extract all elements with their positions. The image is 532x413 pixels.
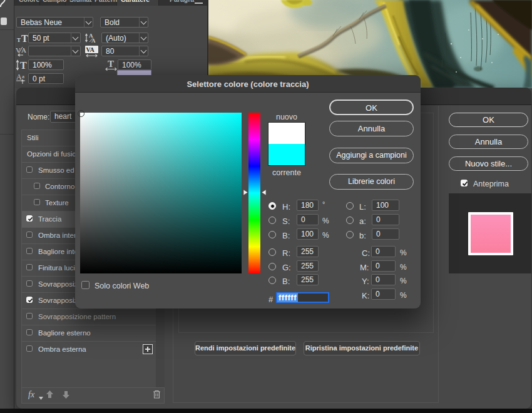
svg-text:T: T <box>108 59 114 69</box>
svg-text:A: A <box>91 38 96 44</box>
svg-text:VA: VA <box>86 46 95 53</box>
svg-text:T: T <box>20 60 27 71</box>
svg-text:V: V <box>16 46 21 54</box>
svg-text:T: T <box>17 37 21 43</box>
svg-text:a: a <box>22 73 24 79</box>
svg-text:A: A <box>16 73 22 81</box>
svg-text:T: T <box>21 33 28 44</box>
